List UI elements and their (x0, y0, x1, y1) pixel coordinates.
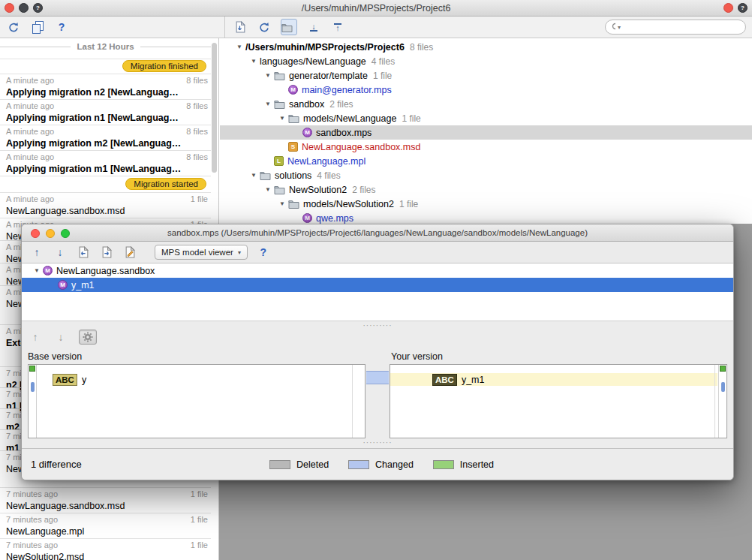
tree-row-sandbox-msd[interactable]: S NewLanguage.sandbox.msd (220, 140, 752, 154)
zoom-icon[interactable] (61, 229, 70, 238)
history-entry[interactable]: A minute ago1 file NewLanguage.sandbox.m… (0, 192, 211, 218)
next-change-button[interactable]: ↓ (53, 329, 68, 345)
tree-toolbar: ↓ ↑ (233, 17, 345, 38)
tree-row-sandbox-folder[interactable]: ▼ sandbox 2 files (220, 97, 752, 111)
previous-difference-button[interactable]: ↑ (29, 244, 44, 260)
history-entry[interactable]: 7 minutes ago1 file NewLanguage.sandbox.… (0, 487, 211, 513)
up-arrow-icon: ↑ (33, 332, 38, 342)
help-icon[interactable]: ? (738, 3, 747, 13)
chevron-down-icon[interactable]: ▼ (31, 267, 43, 274)
inserted-marker (720, 366, 726, 372)
dialog-status-bar: 1 difference Deleted Changed Inserted (22, 448, 733, 480)
chevron-down-icon[interactable]: ▼ (262, 186, 274, 193)
chevron-down-icon[interactable]: ▼ (262, 72, 274, 79)
tree-row-count: 1 file (373, 71, 392, 81)
toolbar-band: ? ↓ ↑ ▾ (0, 17, 752, 38)
copy-button[interactable] (30, 19, 45, 35)
chevron-down-icon[interactable]: ▼ (262, 101, 274, 107)
apply-non-conflicting-left-button[interactable] (76, 244, 91, 260)
tree-row-main-generator-mps[interactable]: M main@generator.mps (220, 83, 752, 97)
splitter-handle[interactable] (22, 438, 733, 444)
diff-settings-button[interactable] (79, 330, 97, 345)
history-toolbar: ? (6, 17, 69, 38)
tree-row-count: 4 files (371, 56, 395, 67)
chevron-down-icon[interactable]: ▼ (276, 115, 288, 122)
minimize-icon[interactable] (19, 3, 29, 13)
tree-row-project[interactable]: ▼ /Users/muhin/MPSProjects/Project6 8 fi… (220, 40, 752, 54)
date-header-label: Last 12 Hours (77, 42, 134, 51)
help-icon[interactable]: ? (33, 3, 43, 13)
close-icon[interactable] (723, 3, 733, 13)
model-tree-row-y-m1[interactable]: M y_m1 (22, 278, 733, 292)
base-version-pane[interactable]: ABC y (28, 364, 365, 438)
folder-icon (288, 199, 299, 209)
search-icon (612, 23, 615, 32)
collapse-all-button[interactable]: ↑ (330, 19, 345, 35)
tree-row-label: NewSolution2 (289, 185, 347, 195)
tree-row-models-newlanguage[interactable]: ▼ models/NewLanguage 1 file (220, 111, 752, 125)
history-entry[interactable]: A minute ago8 files Applying migration m… (0, 125, 211, 151)
tree-row-label: /Users/muhin/MPSProjects/Project6 (245, 42, 405, 53)
entry-title: NewLanguage.sandbox.msd (6, 500, 208, 512)
history-entry[interactable]: A minute ago8 files Applying migration m… (0, 150, 211, 176)
search-history-arrow-icon[interactable]: ▾ (618, 24, 621, 31)
tree-row-generator-template[interactable]: ▼ generator/template 1 file (220, 68, 752, 83)
entry-time: 7 minutes ago (6, 489, 58, 499)
chevron-down-icon[interactable]: ▼ (248, 58, 260, 65)
history-entry[interactable]: 7 minutes ago1 file NewLanguage.mpl (0, 513, 211, 539)
dialog-titlebar: sandbox.mps (/Users/muhin/MPSProjects/Pr… (22, 224, 733, 242)
close-icon[interactable] (5, 3, 14, 13)
solution-icon: S (288, 142, 298, 152)
changed-connector[interactable] (366, 371, 389, 384)
chevron-down-icon[interactable]: ▼ (248, 172, 260, 179)
tree-row-models-newsolution2[interactable]: ▼ models/NewSolution2 1 file (220, 197, 752, 211)
entry-title: Applying migration n2 [NewLanguag… (6, 86, 208, 98)
tree-row-label: languages/NewLanguage (260, 56, 366, 67)
viewer-select-label: MPS model viewer (161, 248, 233, 257)
down-arrow-icon: ↓ (58, 247, 63, 257)
folder-icon (274, 99, 285, 109)
window-controls-left: ? (5, 3, 43, 13)
chevron-down-icon: ▾ (238, 249, 241, 256)
legend-label: Inserted (460, 459, 494, 470)
chevron-down-icon[interactable]: ▼ (233, 44, 245, 50)
history-entry[interactable]: A minute ago8 files Applying migration n… (0, 99, 211, 125)
edit-merge-result-button[interactable] (122, 244, 137, 260)
rollback-button[interactable] (257, 19, 272, 35)
search-input[interactable] (623, 21, 739, 33)
history-entry[interactable]: 7 minutes ago1 file NewSolution2.msd (0, 538, 211, 560)
history-entry[interactable]: A minute ago8 files Applying migration n… (0, 74, 211, 100)
model-icon: M (288, 85, 298, 95)
changed-marker[interactable] (31, 382, 35, 392)
header-rule (140, 47, 211, 47)
search-field[interactable]: ▾ (605, 20, 746, 35)
group-by-directory-button[interactable] (281, 19, 297, 35)
expand-all-button[interactable]: ↓ (306, 19, 321, 35)
apply-non-conflicting-right-button[interactable] (99, 244, 114, 260)
tree-row-solutions[interactable]: ▼ solutions 4 files (220, 168, 752, 182)
your-version-pane[interactable]: ABC y_m1 (390, 364, 727, 438)
help-button[interactable]: ? (54, 19, 69, 35)
history-scrollbar[interactable] (212, 43, 217, 173)
previous-change-button[interactable]: ↑ (28, 329, 43, 345)
tree-row-newsolution2[interactable]: ▼ NewSolution2 2 files (220, 182, 752, 197)
model-tree-row-root[interactable]: ▼ M NewLanguage.sandbox (22, 263, 733, 278)
tree-row-sandbox-mps[interactable]: M sandbox.mps (220, 125, 752, 140)
splitter-handle[interactable] (22, 321, 733, 327)
changed-marker[interactable] (721, 382, 725, 392)
viewer-select[interactable]: MPS model viewer ▾ (155, 245, 248, 260)
tree-row-languages[interactable]: ▼ languages/NewLanguage 4 files (220, 54, 752, 68)
changes-button[interactable] (233, 19, 248, 35)
next-difference-button[interactable]: ↓ (53, 244, 68, 260)
history-date-header: Last 12 Hours (0, 42, 211, 51)
entry-time: A minute ago (6, 101, 54, 111)
cell-token: ABC (53, 374, 77, 386)
help-button[interactable]: ? (256, 244, 271, 260)
close-icon[interactable] (31, 229, 40, 238)
rollback-button[interactable] (6, 19, 21, 35)
chevron-down-icon[interactable]: ▼ (276, 200, 288, 207)
legend-changed: Changed (348, 459, 414, 470)
minimize-icon[interactable] (46, 229, 55, 238)
language-icon: L (274, 156, 284, 166)
tree-row-newlanguage-mpl[interactable]: L NewLanguage.mpl (220, 154, 752, 168)
